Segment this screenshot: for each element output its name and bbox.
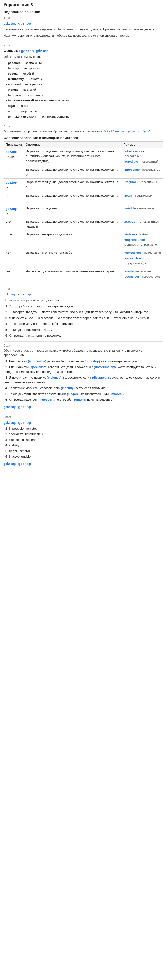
example-item: invisible - невидимый — [123, 206, 161, 211]
step-5: 5 шаг Обратимся к грамматическому правил… — [3, 344, 164, 410]
watermark-table: gdz.top — [6, 207, 22, 212]
word-list-item: to make a decision — принимать решение — [6, 115, 164, 119]
example-item: mistake - ошибка — [123, 232, 161, 237]
table-row: gdz.topun-/in-Выражает отрицание (un- ча… — [4, 148, 164, 166]
answer-item: specialists, unfortunately — [5, 432, 164, 436]
col-example: Пример — [121, 141, 164, 148]
word-list-item: legal — законный — [6, 103, 164, 108]
sentence-item: Я не считаю, что … и агрессия … о экрано… — [5, 316, 164, 321]
watermark-4b: gdz.top — [18, 292, 31, 296]
example-item: impossible - невозможное — [123, 167, 161, 172]
watermark-ans-a: gdz.top — [3, 420, 16, 425]
cell-prefix: gdz.topun-/in- — [4, 148, 24, 166]
table-row: re-Чаще всего добавляется к глаголам, им… — [4, 267, 164, 281]
watermark-1a: gdz.top — [3, 21, 16, 25]
watermark-table: gdz.top — [6, 150, 22, 154]
cell-prefix: dis- — [4, 218, 24, 231]
table-row: im-Выражает отрицание, добавляется к кор… — [4, 166, 164, 178]
cell-meaning: Выражает отрицание, добавляется к корню,… — [24, 192, 121, 205]
example-item: irregular - неправильный — [123, 180, 161, 185]
cell-prefix: non- — [4, 249, 24, 267]
cell-meaning: Выражает отрицание (un- чаще всего добав… — [24, 148, 121, 166]
watermark-2a: gdz.top — [21, 49, 33, 53]
completed-sentence-item: Специалисты (specialists) говорят, что д… — [5, 365, 164, 374]
example-item: nonetheless - несмотря на — [123, 250, 161, 255]
watermark-bottom-a: gdz.top — [3, 461, 16, 466]
table-row: non-Выражает отсутствие чего-либоnonethe… — [4, 249, 164, 267]
completed-sentence-item: Такие действия являются безаконными (ill… — [5, 392, 164, 396]
rule-label: Word formation by means of prefixes — [104, 130, 155, 133]
cell-meaning: Чаще всего добавляется к глаголам, имеет… — [24, 267, 121, 281]
cell-prefix: re- — [4, 267, 24, 281]
step-1-label: 1 шаг — [3, 16, 164, 19]
example-item: incredible - невероятный — [123, 159, 161, 164]
sentence-item: Это … работать … на компьютере весь день… — [5, 304, 164, 309]
completed-sentences-list: Невозможно (impossible) работать безоста… — [3, 359, 164, 402]
step-2-label: 2 шаг — [3, 44, 164, 47]
sentence-item: Он всегда … и … принять решение. — [5, 333, 164, 338]
cell-meaning: Выражает отсутствие чего-либо — [24, 249, 121, 267]
completed-sentence-item: Он всегда пассивен (inactive) и не спосо… — [5, 398, 164, 402]
answer-item: illegal, immoral — [5, 449, 164, 453]
answer-item: inability — [5, 443, 164, 448]
word-list-item: aggression — агрессия — [6, 82, 164, 87]
example-item: rewrite - переписать — [123, 269, 161, 274]
completed-sentence-item: Терпеть не могу его неспособность (inabi… — [5, 386, 164, 390]
watermark-5b: gdz.top — [18, 405, 31, 409]
cell-example: mistake - ошибкаmispronounce - произнест… — [121, 231, 164, 249]
sentences-list: Это … работать … на компьютере весь день… — [3, 304, 164, 338]
example-item: reconsider - пересмотреть — [123, 274, 161, 279]
answer-section: Ответ gdz.top gdz.top impossible, non-st… — [3, 415, 164, 466]
word-list-item: moral — моральный — [6, 109, 164, 114]
example-item: unbelievable - невероятный — [123, 149, 161, 159]
cell-example: nonetheless - несмотря наnon-existent - … — [121, 249, 164, 267]
completed-sentence-item: Я не считаю, что насилие (violence) и аг… — [5, 375, 164, 385]
page-title: Упражнение 3 — [3, 2, 164, 7]
cell-prefix: il- — [4, 192, 24, 205]
table-row: gdz.topir-Выражает отрицание, добавляетс… — [4, 178, 164, 192]
cell-example: invisible - невидимый — [121, 205, 164, 218]
word-list: possible — возможныйto copy — копировать… — [3, 60, 164, 119]
answer-item: violence, disappear — [5, 438, 164, 442]
word-list-item: to copy — копировать — [6, 66, 164, 71]
col-meaning: Значение — [24, 141, 121, 148]
watermark-1b: gdz.top — [18, 21, 31, 25]
step-4-label: 4 шаг — [3, 287, 164, 291]
watermark-5a: gdz.top — [3, 405, 16, 409]
step-3-instruction: Ознакомимся с правилами словообразования… — [3, 129, 164, 134]
cell-prefix: gdz.topir- — [4, 178, 24, 192]
sentence-item: Терпеть не могу его … вести себя приличн… — [5, 321, 164, 326]
step-4: 4 шаг gdz.top gdz.top Прочитаем и переве… — [3, 287, 164, 338]
cell-example: impossible - невозможное — [121, 166, 164, 178]
step-5-instruction: Обратимся к грамматическому правилу, что… — [3, 348, 164, 358]
cell-example: irregular - неправильный — [121, 178, 164, 192]
wordlist-label: WORDLIST — [3, 49, 20, 52]
watermark-ans-b: gdz.top — [18, 420, 31, 425]
sentence-item: … говорят, что дети … часто копируют то,… — [5, 310, 164, 315]
step-1-instruction: Внимательно прочитаем задание, чтобы пон… — [3, 27, 164, 32]
word-list-item: special — особый — [6, 72, 164, 76]
completed-sentence-item: Невозможно (impossible) работать безоста… — [5, 359, 164, 364]
watermark-table: gdz.top — [6, 180, 22, 185]
table-row: dis-Выражает отрицание, добавляется к ко… — [4, 218, 164, 231]
step-2-instruction: Обратимся к списку слов. — [3, 54, 164, 59]
cell-meaning: Выражает отрицание — [24, 205, 121, 218]
cell-example: disobey - не подчиняться — [121, 218, 164, 231]
word-list-item: violent — жестокий — [6, 88, 164, 92]
cell-prefix: im- — [4, 166, 24, 178]
table-row: il-Выражает отрицание, добавляется к кор… — [4, 192, 164, 205]
answer-item: inactive, unable — [5, 454, 164, 459]
cell-meaning: Выражает отрицание, добавляется к корню,… — [24, 218, 121, 231]
example-item: mispronounce - произнести неправильно — [123, 237, 161, 248]
section-header: Подробное решение — [3, 10, 164, 14]
cell-prefix: mis- — [4, 231, 24, 249]
answers-list: impossible, non-stopspecialists, unfortu… — [3, 426, 164, 459]
cell-prefix: gdz.topin- — [4, 205, 24, 218]
step-3: 3 шаг Ознакомимся с правилами словообраз… — [3, 125, 164, 281]
word-list-item: to behave oneself — вести себя прилично — [6, 98, 164, 103]
cell-example: unbelievable - невероятныйincredible - н… — [121, 148, 164, 166]
watermark-bottom-b: gdz.top — [18, 461, 31, 466]
example-item: non-existent - несуществующий — [123, 256, 161, 266]
answer-label: Ответ — [3, 415, 164, 419]
example-item: disobey - не подчиняться — [123, 220, 161, 224]
